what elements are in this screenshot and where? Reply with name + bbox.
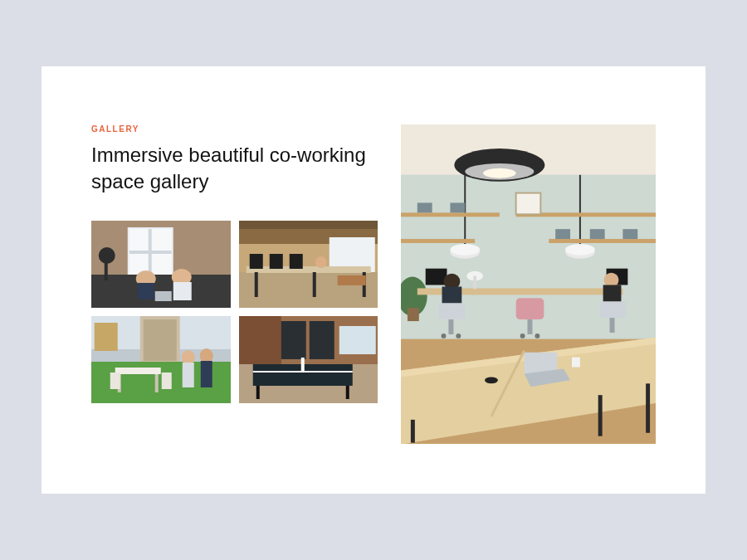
svg-rect-19 <box>246 266 370 273</box>
svg-rect-10 <box>138 283 154 299</box>
gallery-title: Immersive beautiful co-working space gal… <box>91 142 378 196</box>
svg-point-90 <box>442 334 447 338</box>
svg-rect-76 <box>555 229 570 239</box>
svg-rect-85 <box>473 276 476 290</box>
svg-rect-22 <box>289 254 302 269</box>
svg-rect-108 <box>598 395 603 436</box>
svg-rect-12 <box>173 282 192 300</box>
photo-icon <box>91 316 231 403</box>
svg-rect-30 <box>95 323 118 351</box>
svg-rect-49 <box>339 326 375 354</box>
svg-point-62 <box>483 168 516 178</box>
svg-rect-48 <box>309 321 334 359</box>
svg-rect-32 <box>144 319 177 361</box>
svg-rect-78 <box>622 229 637 239</box>
svg-rect-107 <box>411 420 415 443</box>
svg-point-68 <box>565 244 595 256</box>
gallery-card: GALLERY Immersive beautiful co-working s… <box>42 66 706 494</box>
svg-rect-41 <box>183 363 194 387</box>
svg-rect-38 <box>110 373 120 389</box>
svg-rect-26 <box>337 275 365 285</box>
svg-rect-47 <box>281 321 305 359</box>
svg-rect-71 <box>401 239 475 243</box>
svg-point-106 <box>485 377 498 383</box>
svg-rect-23 <box>254 272 257 297</box>
svg-point-91 <box>456 334 461 338</box>
gallery-left-column: GALLERY Immersive beautiful co-working s… <box>91 124 378 444</box>
svg-rect-5 <box>129 251 172 254</box>
svg-rect-43 <box>201 361 212 387</box>
svg-point-65 <box>450 244 480 256</box>
svg-rect-77 <box>590 229 605 239</box>
svg-rect-93 <box>528 319 533 334</box>
photo-icon <box>239 316 378 403</box>
svg-rect-39 <box>162 373 172 389</box>
gallery-thumbnail-grid <box>91 221 378 403</box>
svg-rect-99 <box>610 318 615 333</box>
svg-rect-75 <box>450 202 465 212</box>
svg-rect-53 <box>252 371 352 373</box>
photo-icon <box>239 221 378 308</box>
svg-point-27 <box>315 256 326 268</box>
photo-icon <box>91 221 231 308</box>
svg-rect-72 <box>549 239 656 243</box>
svg-rect-89 <box>448 319 453 334</box>
svg-rect-69 <box>401 212 500 217</box>
svg-rect-55 <box>345 386 349 399</box>
svg-rect-20 <box>249 254 262 269</box>
svg-rect-80 <box>408 308 419 321</box>
svg-rect-24 <box>312 272 315 297</box>
svg-rect-8 <box>105 256 108 280</box>
gallery-thumb-1[interactable] <box>91 221 231 308</box>
svg-rect-54 <box>256 386 259 399</box>
svg-rect-37 <box>155 374 159 392</box>
gallery-eyebrow: GALLERY <box>91 124 378 134</box>
svg-rect-105 <box>572 358 580 368</box>
photo-icon <box>401 124 656 444</box>
svg-rect-73 <box>516 193 541 215</box>
svg-rect-52 <box>300 358 304 371</box>
gallery-thumb-4[interactable] <box>239 316 378 403</box>
gallery-right-column <box>401 124 656 444</box>
svg-rect-98 <box>600 301 627 318</box>
svg-rect-35 <box>115 368 161 374</box>
svg-rect-46 <box>239 316 281 364</box>
svg-rect-13 <box>155 291 172 301</box>
gallery-thumb-2[interactable] <box>239 221 378 308</box>
svg-point-94 <box>520 334 525 338</box>
svg-rect-21 <box>269 254 282 269</box>
svg-rect-92 <box>516 298 544 319</box>
svg-point-95 <box>535 334 540 338</box>
svg-rect-88 <box>439 303 466 319</box>
svg-rect-74 <box>417 202 432 212</box>
svg-rect-16 <box>239 221 378 229</box>
svg-rect-109 <box>646 383 650 432</box>
gallery-thumb-3[interactable] <box>91 316 231 403</box>
gallery-hero-image[interactable] <box>401 124 656 444</box>
